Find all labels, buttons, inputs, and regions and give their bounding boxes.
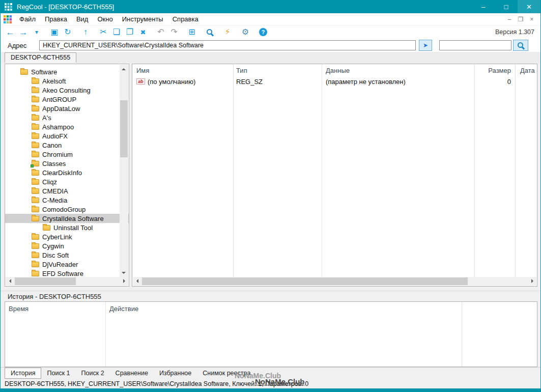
tree-item-uninstall-tool[interactable]: Uninstall Tool: [5, 223, 129, 232]
tree-item-disc-soft[interactable]: Disc Soft: [5, 250, 129, 260]
nav-history-dropdown-icon[interactable]: ▾: [30, 26, 43, 38]
toolbar-buttons: ←→▾▣↻↑✂❏❐✖↶↷⊞⚡⚙: [4, 25, 270, 39]
history-column-действие[interactable]: Действие: [105, 302, 462, 315]
back-icon[interactable]: ←: [4, 26, 17, 38]
bottom-tab-снимок-реестра[interactable]: Снимок реестра: [197, 368, 256, 378]
tree-item-ashampoo[interactable]: Ashampoo: [5, 122, 129, 131]
go-icon: ➤: [423, 42, 428, 48]
history-column-время[interactable]: Время: [5, 302, 105, 315]
jump-flash-icon[interactable]: ⚡: [221, 26, 234, 38]
menu-item-файл[interactable]: Файл: [15, 14, 40, 24]
tree-item-chromium[interactable]: Chromium: [5, 150, 129, 159]
column-header-тип[interactable]: Тип: [233, 64, 322, 76]
tree-item-software[interactable]: Software: [5, 67, 129, 76]
tab-desktop-6cth555[interactable]: DESKTOP-6CTH555: [5, 52, 76, 63]
scroll-right-icon[interactable]: [120, 277, 128, 286]
folder-icon: [32, 161, 39, 166]
menu-item-справка[interactable]: Справка: [168, 14, 203, 24]
bottom-tab-история[interactable]: История: [5, 368, 41, 379]
history-header-row: ВремяДействие: [5, 302, 537, 315]
new-window-icon[interactable]: ⊞: [185, 26, 198, 38]
bottom-tab-сравнение[interactable]: Сравнение: [110, 368, 154, 378]
tree-hscroll-thumb[interactable]: [15, 277, 76, 285]
tree-item-canon[interactable]: Canon: [5, 141, 129, 150]
regcool-window: RegCool - [DESKTOP-6CTH555] –□✕ ФайлПрав…: [0, 0, 541, 392]
remote-computer-icon[interactable]: ▣: [48, 26, 61, 38]
folder-icon: [32, 133, 39, 139]
titlebar[interactable]: RegCool - [DESKTOP-6CTH555] –□✕: [1, 0, 540, 13]
scroll-down-icon[interactable]: [120, 268, 128, 277]
tree-item-crystalidea-software[interactable]: CrystalIdea Software: [5, 214, 129, 223]
folder-icon: [32, 198, 39, 203]
tree-item-djvureader[interactable]: DjVuReader: [5, 260, 129, 269]
column-header-дата[interactable]: Дата: [515, 64, 537, 76]
tree-item-akeo-consulting[interactable]: Akeo Consulting: [5, 86, 129, 95]
address-go-button[interactable]: ➤: [419, 40, 432, 51]
quick-search-input[interactable]: [439, 40, 511, 50]
bottom-tab-поиск-2[interactable]: Поиск 2: [76, 368, 110, 378]
help-icon[interactable]: [257, 26, 270, 38]
close-button[interactable]: ✕: [518, 0, 540, 13]
search-icon[interactable]: [203, 26, 216, 38]
tree-item-antgroup[interactable]: AntGROUP: [5, 95, 129, 104]
tree-horizontal-scrollbar[interactable]: [6, 277, 128, 286]
value-type: REG_SZ: [233, 76, 322, 87]
column-header-данные[interactable]: Данные: [322, 64, 474, 76]
delete-icon[interactable]: ✖: [136, 26, 150, 38]
tree-item-label: Uninstall Tool: [53, 224, 93, 232]
tree-item-appdatalow[interactable]: AppDataLow: [5, 104, 129, 113]
values-hscroll-thumb[interactable]: [142, 277, 468, 285]
column-header-размер[interactable]: Размер: [474, 64, 515, 76]
scroll-left-icon[interactable]: [6, 277, 14, 286]
tree-scroll-thumb[interactable]: [120, 100, 128, 157]
settings-gear-icon[interactable]: ⚙: [239, 26, 252, 38]
parent-key-icon[interactable]: ↑: [79, 26, 92, 38]
tree-item-cyberlink[interactable]: CyberLink: [5, 232, 129, 241]
column-header-имя[interactable]: Имя: [132, 64, 233, 76]
tree-item-label: ComodoGroup: [42, 206, 86, 213]
scroll-up-icon[interactable]: [120, 65, 128, 73]
mdi-minimize-button[interactable]: –: [504, 15, 515, 24]
toolbar-separator: [234, 25, 239, 39]
maximize-button[interactable]: □: [495, 0, 518, 13]
toolbar-separator: [43, 25, 48, 39]
app-menu-icon[interactable]: [4, 15, 12, 23]
tree-item-audiofx[interactable]: AudioFX: [5, 131, 129, 141]
refresh-icon[interactable]: ↻: [61, 26, 74, 38]
forward-icon[interactable]: →: [17, 26, 30, 38]
paste-icon[interactable]: ❐: [123, 26, 136, 38]
scroll-right-icon[interactable]: [528, 277, 536, 286]
values-horizontal-scrollbar[interactable]: [133, 277, 536, 286]
tree-item-classes[interactable]: Classes: [5, 159, 129, 168]
tree-item-cmedia[interactable]: CMEDIA: [5, 186, 129, 195]
copy-icon[interactable]: ❏: [110, 26, 123, 38]
scroll-left-icon[interactable]: [133, 277, 141, 286]
value-data: (параметр не установлен): [322, 76, 474, 87]
cut-icon[interactable]: ✂: [97, 26, 110, 38]
address-input[interactable]: [39, 40, 416, 50]
registry-value-row[interactable]: ab(по умолчанию)REG_SZ(параметр не устан…: [132, 76, 537, 87]
tree-item-a-s[interactable]: A's: [5, 113, 129, 122]
tree-vertical-scrollbar[interactable]: [120, 65, 128, 277]
quick-search-button[interactable]: [513, 40, 528, 51]
menu-item-окно[interactable]: Окно: [93, 14, 117, 24]
main-area: SoftwareAkelsoftAkeo ConsultingAntGROUPA…: [1, 63, 540, 288]
undo-icon[interactable]: ↶: [154, 26, 167, 38]
menu-item-вид[interactable]: Вид: [72, 14, 93, 24]
bottom-tab-избранное[interactable]: Избранное: [154, 368, 197, 378]
tree-item-cleardiskinfo[interactable]: ClearDiskInfo: [5, 168, 129, 177]
redo-icon[interactable]: ↷: [167, 26, 181, 38]
bottom-tab-поиск-1[interactable]: Поиск 1: [41, 368, 75, 378]
tree-item-c-media[interactable]: C-Media: [5, 195, 129, 205]
tree-item-cygwin[interactable]: Cygwin: [5, 241, 129, 250]
minimize-button[interactable]: –: [472, 0, 495, 13]
tree-item-cliqz[interactable]: Cliqz: [5, 177, 129, 186]
tree-item-akelsoft[interactable]: Akelsoft: [5, 76, 129, 86]
mdi-window-controls: –❐×: [504, 15, 537, 24]
tree-item-label: Akeo Consulting: [42, 87, 91, 94]
menu-item-правка[interactable]: Правка: [40, 14, 72, 24]
menu-item-инструменты[interactable]: Инструменты: [118, 14, 168, 24]
mdi-restore-button[interactable]: ❐: [515, 15, 526, 24]
tree-item-comodogroup[interactable]: ComodoGroup: [5, 205, 129, 214]
mdi-close-button[interactable]: ×: [526, 15, 537, 24]
